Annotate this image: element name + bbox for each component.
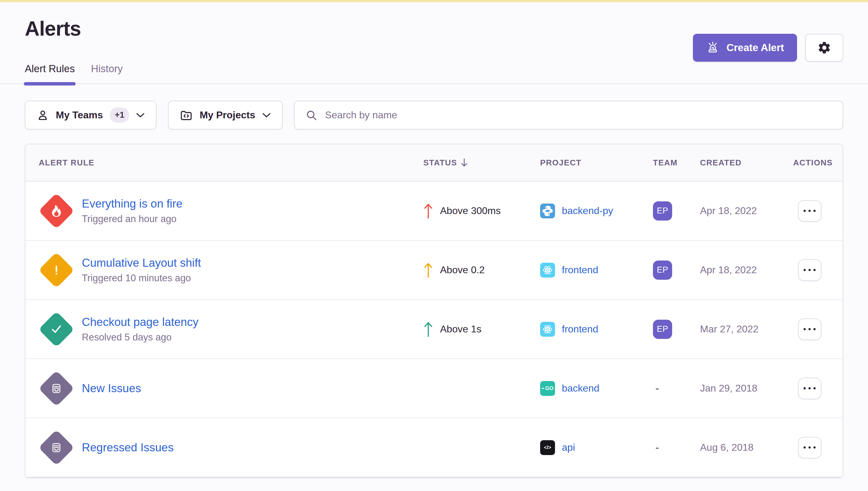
alert-rule-link[interactable]: Everything is on fire	[82, 197, 183, 210]
alert-severity-icon	[38, 430, 74, 466]
alert-rule-link[interactable]: New Issues	[82, 382, 141, 395]
row-actions-button[interactable]	[798, 437, 821, 459]
tab-alert-rules[interactable]: Alert Rules	[25, 63, 75, 83]
teams-extra-badge: +1	[110, 108, 129, 123]
project-link[interactable]: api	[562, 442, 575, 453]
search-input[interactable]	[325, 109, 832, 121]
alert-severity-icon	[38, 193, 74, 229]
alert-rule-link[interactable]: Regressed Issues	[82, 441, 173, 454]
created-date: Aug 6, 2018	[700, 442, 789, 453]
gear-icon	[817, 40, 832, 55]
alert-severity-icon	[38, 252, 74, 288]
team-badge[interactable]: EP	[653, 261, 672, 280]
team-badge[interactable]: EP	[653, 201, 672, 221]
column-header-actions: ACTIONS	[789, 158, 843, 168]
alert-severity-icon	[38, 371, 74, 406]
table-row: Checkout page latency Resolved 5 days ag…	[25, 300, 843, 359]
python-icon	[540, 204, 555, 219]
project-link[interactable]: backend	[562, 382, 599, 394]
created-date: Apr 18, 2022	[700, 205, 789, 216]
person-icon	[36, 109, 49, 121]
team-empty: -	[653, 441, 659, 453]
row-actions-button[interactable]	[798, 259, 821, 281]
projects-filter-label: My Projects	[200, 109, 255, 121]
chevron-down-icon	[262, 113, 271, 118]
table-row: Regressed Issues </> api - Aug 6, 2018	[25, 418, 843, 478]
row-actions-button[interactable]	[798, 318, 821, 340]
search-box	[294, 101, 843, 129]
project-link[interactable]: frontend	[562, 264, 598, 276]
created-date: Jan 29, 2018	[700, 382, 789, 394]
team-empty: -	[653, 382, 659, 394]
folder-code-icon	[180, 109, 193, 122]
arrow-up-icon	[423, 202, 433, 220]
alert-rule-activity: Triggered an hour ago	[82, 213, 183, 225]
column-header-project: PROJECT	[540, 158, 653, 168]
row-actions-button[interactable]	[798, 378, 821, 399]
alert-rule-link[interactable]: Checkout page latency	[82, 316, 198, 329]
table-row: New Issues GO backend - Jan 29, 2018	[25, 359, 843, 418]
chevron-down-icon	[136, 113, 145, 118]
issues-icon	[50, 441, 63, 454]
settings-button[interactable]	[805, 34, 843, 62]
project-link[interactable]: frontend	[562, 323, 598, 335]
react-icon	[540, 263, 555, 278]
column-header-team: TEAM	[653, 158, 700, 168]
arrow-up-icon	[423, 321, 433, 338]
table-row: Cumulative Layout shift Triggered 10 min…	[25, 241, 843, 300]
projects-filter-button[interactable]: My Projects	[168, 101, 283, 129]
exclamation-icon	[50, 263, 63, 277]
arrow-down-icon	[460, 158, 468, 167]
row-actions-button[interactable]	[798, 200, 821, 222]
column-header-alert-rule: ALERT RULE	[25, 158, 423, 168]
table-header-row: ALERT RULE STATUS PROJECT TEAM CREATED A…	[25, 144, 843, 181]
alert-rules-table: ALERT RULE STATUS PROJECT TEAM CREATED A…	[25, 144, 843, 478]
top-accent-bar	[0, 0, 868, 2]
status-threshold: Above 0.2	[440, 264, 485, 276]
created-date: Mar 27, 2022	[700, 323, 789, 335]
fire-icon	[51, 205, 62, 217]
column-header-created: CREATED	[700, 158, 789, 168]
column-header-status[interactable]: STATUS	[423, 158, 540, 168]
issues-icon	[50, 382, 63, 395]
arrow-up-icon	[423, 261, 433, 279]
status-threshold: Above 1s	[440, 323, 481, 335]
tab-history[interactable]: History	[91, 63, 123, 83]
go-icon: GO	[540, 381, 555, 396]
team-badge[interactable]: EP	[653, 320, 672, 339]
alert-rule-activity: Triggered 10 minutes ago	[82, 272, 201, 284]
created-date: Apr 18, 2022	[700, 264, 789, 276]
alert-rule-activity: Resolved 5 days ago	[82, 332, 198, 343]
code-icon: </>	[540, 440, 555, 455]
siren-icon	[706, 41, 720, 55]
react-icon	[540, 322, 555, 337]
status-threshold: Above 300ms	[440, 205, 501, 216]
filter-bar: My Teams +1 My Projects	[25, 101, 843, 129]
create-alert-button[interactable]: Create Alert	[693, 34, 797, 62]
alert-severity-icon	[38, 311, 74, 347]
alert-rule-link[interactable]: Cumulative Layout shift	[82, 257, 201, 269]
header-actions: Create Alert	[693, 34, 843, 62]
tab-bar: Alert Rules History	[0, 63, 868, 84]
teams-filter-button[interactable]: My Teams +1	[25, 101, 157, 129]
create-alert-label: Create Alert	[726, 42, 784, 54]
alerts-page: Alerts Create Alert Alert Rules Hist	[0, 18, 868, 478]
table-row: Everything is on fire Triggered an hour …	[25, 181, 843, 241]
check-icon	[49, 322, 63, 337]
project-link[interactable]: backend-py	[562, 205, 613, 216]
teams-filter-label: My Teams	[56, 109, 103, 121]
search-icon	[305, 109, 318, 121]
